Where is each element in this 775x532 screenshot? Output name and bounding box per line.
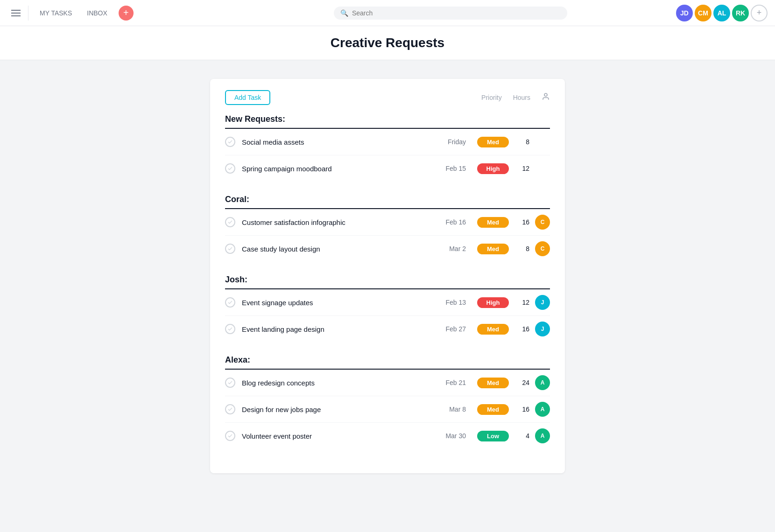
hamburger-menu[interactable] [7,6,24,20]
section-header-josh: Josh: [225,275,550,289]
column-headers: Priority Hours [481,92,550,103]
task-assignee-avatar[interactable]: A [535,375,550,390]
priority-badge[interactable]: High [477,163,509,174]
section-header-new-requests: New Requests: [225,114,550,129]
priority-badge[interactable]: Low [477,431,509,441]
page-header: Creative Requests [0,26,775,60]
task-hours: 12 [516,165,529,172]
task-hours: 8 [516,138,529,146]
task-assignee-avatar[interactable]: J [535,322,550,336]
task-assignee-avatar[interactable]: C [535,241,550,256]
priority-badge[interactable]: Med [477,378,509,388]
priority-badge[interactable]: Med [477,137,509,147]
toolbar: Add Task Priority Hours [225,90,550,105]
task-check-t9[interactable] [225,431,235,441]
search-input[interactable] [352,9,561,17]
avatar-2[interactable]: CM [695,5,712,21]
task-hours: 12 [516,299,529,306]
task-name: Event signage updates [242,299,438,307]
task-date: Feb 13 [438,299,466,306]
task-date: Mar 2 [438,245,466,252]
task-date: Mar 8 [438,406,466,413]
avatar-4[interactable]: RK [732,5,749,21]
task-date: Feb 27 [438,325,466,333]
priority-column-header: Priority [481,94,502,101]
task-check-t7[interactable] [225,378,235,388]
task-assignee-empty [535,161,550,176]
section-josh: Josh: Event signage updates Feb 13 High … [225,275,550,342]
nav-divider [28,6,28,21]
section-new-requests: New Requests: Social media assets Friday… [225,114,550,182]
page-title: Creative Requests [0,35,775,50]
priority-badge[interactable]: Med [477,404,509,415]
avatar-1[interactable]: JD [676,5,693,21]
task-row: Spring campaign moodboard Feb 15 High 12 [225,155,550,182]
add-member-button[interactable]: + [751,5,768,21]
svg-point-0 [544,93,547,96]
my-tasks-link[interactable]: MY TASKS [32,6,79,21]
task-check-t4[interactable] [225,244,235,254]
task-assignee-avatar[interactable]: J [535,295,550,310]
task-check-t1[interactable] [225,137,235,147]
task-row: Case study layout design Mar 2 Med 8 C [225,236,550,262]
task-check-t6[interactable] [225,324,235,334]
person-column-header [542,92,550,103]
task-assignee-avatar[interactable]: C [535,215,550,230]
task-check-t8[interactable] [225,404,235,414]
task-hours: 4 [516,432,529,440]
task-hours: 16 [516,325,529,333]
task-date: Mar 30 [438,432,466,440]
task-name: Customer satisfaction infographic [242,218,438,226]
task-hours: 8 [516,245,529,252]
inbox-link[interactable]: INBOX [79,6,115,21]
top-nav: MY TASKS INBOX + 🔍 JD CM AL RK + [0,0,775,26]
task-hours: 16 [516,406,529,413]
task-name: Design for new jobs page [242,406,438,413]
nav-links: MY TASKS INBOX [32,6,115,21]
sections-container: New Requests: Social media assets Friday… [225,114,550,449]
task-name: Spring campaign moodboard [242,165,438,173]
task-row: Design for new jobs page Mar 8 Med 16 A [225,396,550,423]
task-date: Friday [438,138,466,146]
hours-column-header: Hours [513,94,530,101]
task-hours: 16 [516,218,529,226]
task-date: Feb 15 [438,165,466,172]
task-assignee-avatar[interactable]: A [535,428,550,443]
task-name: Event landing page design [242,325,438,333]
task-row: Customer satisfaction infographic Feb 16… [225,209,550,236]
section-coral: Coral: Customer satisfaction infographic… [225,195,550,262]
task-name: Social media assets [242,138,438,146]
priority-badge[interactable]: Med [477,324,509,335]
task-date: Feb 21 [438,379,466,386]
priority-badge[interactable]: Med [477,217,509,228]
priority-badge[interactable]: Med [477,244,509,254]
task-date: Feb 16 [438,218,466,226]
section-header-alexa: Alexa: [225,355,550,370]
search-bar: 🔍 [334,7,567,20]
task-row: Volunteer event poster Mar 30 Low 4 A [225,423,550,449]
search-icon: 🔍 [340,9,348,17]
section-alexa: Alexa: Blog redesign concepts Feb 21 Med… [225,355,550,449]
task-name: Blog redesign concepts [242,379,438,387]
task-assignee-avatar[interactable]: A [535,402,550,417]
add-button[interactable]: + [119,6,134,21]
section-header-coral: Coral: [225,195,550,209]
task-row: Social media assets Friday Med 8 [225,129,550,155]
task-assignee-empty [535,134,550,149]
task-name: Case study layout design [242,245,438,253]
add-task-button[interactable]: Add Task [225,90,270,105]
task-row: Event landing page design Feb 27 Med 16 … [225,316,550,342]
task-check-t2[interactable] [225,163,235,174]
main-content: Add Task Priority Hours New Requests: So… [210,79,565,473]
task-row: Event signage updates Feb 13 High 12 J [225,289,550,316]
task-name: Volunteer event poster [242,432,438,440]
task-check-t5[interactable] [225,297,235,308]
avatar-3[interactable]: AL [713,5,730,21]
header-avatars: JD CM AL RK + [676,5,768,21]
task-check-t3[interactable] [225,217,235,227]
priority-badge[interactable]: High [477,297,509,308]
task-hours: 24 [516,379,529,386]
task-row: Blog redesign concepts Feb 21 Med 24 A [225,370,550,396]
